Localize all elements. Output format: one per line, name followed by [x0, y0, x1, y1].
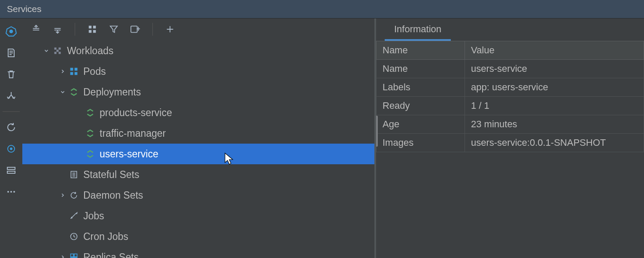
svg-rect-11 [89, 30, 91, 33]
svg-rect-20 [75, 68, 78, 71]
svg-point-7 [10, 191, 12, 193]
details-tabs: Information [376, 18, 644, 41]
svg-rect-4 [7, 167, 15, 169]
svg-point-8 [13, 191, 15, 193]
svg-rect-9 [89, 26, 91, 28]
table-row[interactable]: Age 23 minutes [377, 115, 644, 134]
tree-label: products-service [100, 107, 172, 119]
tool-window-title: Services [0, 0, 644, 18]
tree-panel: Workloads Pods Deployments products-serv… [22, 18, 374, 258]
table-row[interactable]: Name users-service [377, 60, 644, 78]
svg-rect-26 [74, 254, 77, 257]
cell-value: users-service [465, 60, 644, 78]
tab-information[interactable]: Information [385, 19, 451, 41]
stateful-sets-icon [68, 170, 80, 179]
tree-node-jobs[interactable]: Jobs [22, 206, 374, 226]
filter-button[interactable] [108, 23, 120, 35]
tree-toolbar [22, 18, 374, 40]
tree-label: Stateful Sets [83, 169, 139, 181]
tree-label: Jobs [83, 210, 104, 222]
tree-label: Daemon Sets [83, 190, 143, 201]
cell-name: Name [377, 60, 465, 78]
tree-label: traffic-manager [100, 128, 166, 139]
toolbar-separator [152, 23, 153, 36]
col-value[interactable]: Value [465, 41, 644, 60]
tree-node-cron-jobs[interactable]: Cron Jobs [22, 226, 374, 247]
chevron-down-icon [58, 89, 68, 95]
svg-rect-15 [59, 48, 61, 50]
chevron-right-icon [58, 192, 68, 198]
refresh-icon[interactable] [5, 121, 17, 133]
tree-label: users-service [100, 148, 158, 160]
splitter-handle[interactable] [374, 116, 378, 147]
svg-point-3 [10, 147, 12, 150]
target-icon[interactable] [5, 143, 17, 155]
table-row[interactable]: Images users-service:0.0.1-SNAPSHOT [377, 134, 644, 152]
cell-name: Labels [377, 78, 465, 97]
tree-node-workloads[interactable]: Workloads [22, 40, 374, 61]
chevron-down-icon [41, 48, 52, 54]
deployment-icon [84, 108, 96, 117]
details-panel: Information Name Value Name users-servic… [374, 18, 644, 258]
more-icon[interactable] [5, 186, 17, 198]
deployment-icon [84, 129, 96, 138]
svg-rect-12 [93, 30, 96, 33]
svg-point-6 [7, 191, 9, 193]
svg-rect-17 [59, 52, 61, 54]
cell-name: Ready [377, 97, 465, 115]
delete-icon[interactable] [5, 68, 17, 80]
table-row[interactable]: Ready 1 / 1 [377, 97, 644, 115]
cron-jobs-icon [68, 232, 80, 241]
rail-separator [3, 111, 20, 112]
title-text: Services [7, 4, 42, 14]
server-icon[interactable] [5, 164, 17, 176]
cell-name: Images [377, 134, 465, 152]
svg-rect-21 [70, 72, 73, 75]
svg-rect-5 [7, 171, 15, 173]
tree-node-stateful-sets[interactable]: Stateful Sets [22, 164, 374, 185]
svg-rect-19 [70, 68, 73, 71]
deployment-icon [68, 88, 80, 96]
cell-value: 1 / 1 [465, 97, 644, 115]
deployment-icon [84, 150, 96, 158]
collapse-all-button[interactable] [52, 23, 64, 35]
daemon-sets-icon [68, 191, 80, 200]
tree[interactable]: Workloads Pods Deployments products-serv… [22, 40, 374, 258]
group-by-button[interactable] [86, 23, 98, 35]
tree-label: Workloads [67, 45, 113, 57]
tree-node-products-service[interactable]: products-service [22, 102, 374, 123]
workloads-icon [52, 46, 64, 55]
tree-label: Replica Sets [83, 252, 139, 258]
tree-node-users-service[interactable]: users-service [22, 144, 374, 164]
tree-node-daemon-sets[interactable]: Daemon Sets [22, 185, 374, 206]
svg-rect-16 [55, 52, 57, 54]
toolbar-separator [75, 23, 75, 36]
kubernetes-icon[interactable] [5, 25, 17, 37]
svg-rect-18 [57, 50, 59, 52]
cell-value: users-service:0.0.1-SNAPSHOT [465, 134, 644, 152]
col-name[interactable]: Name [377, 41, 465, 60]
branch-icon[interactable] [5, 90, 17, 102]
table-row[interactable]: Labels app: users-service [377, 78, 644, 97]
tree-label: Cron Jobs [83, 231, 128, 243]
cell-value: 23 minutes [465, 115, 644, 134]
add-button[interactable] [164, 23, 176, 35]
svg-rect-22 [75, 72, 78, 75]
tree-node-pods[interactable]: Pods [22, 61, 374, 82]
tree-node-traffic-manager[interactable]: traffic-manager [22, 123, 374, 144]
tree-node-replica-sets[interactable]: Replica Sets [22, 247, 374, 258]
info-table: Name Value Name users-service Labels app… [376, 41, 644, 152]
expand-all-button[interactable] [30, 23, 42, 35]
cell-name: Age [377, 115, 465, 134]
svg-rect-13 [131, 26, 137, 33]
replica-sets-icon [68, 253, 80, 258]
jobs-icon [68, 212, 80, 220]
chevron-right-icon [58, 68, 68, 74]
tree-label: Deployments [83, 86, 141, 98]
script-icon[interactable] [5, 47, 17, 59]
open-tab-button[interactable] [129, 23, 141, 35]
tree-node-deployments[interactable]: Deployments [22, 82, 374, 102]
svg-rect-25 [71, 254, 74, 257]
tab-label: Information [394, 24, 441, 35]
svg-point-1 [9, 30, 13, 34]
